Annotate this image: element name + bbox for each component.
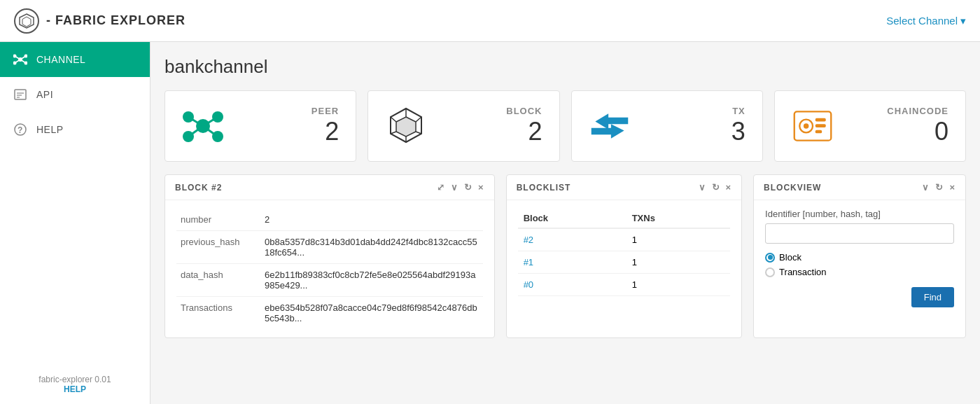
peer-stat-info: PEER 2 [312, 106, 339, 146]
block-row-val-2: 6e2b11fb89383cf0c8cb72fe5e8e025564abdf29… [260, 264, 483, 297]
blocklist-block-0[interactable]: #2 [518, 228, 626, 251]
svg-line-29 [416, 117, 421, 122]
tx-stat-value: 3 [732, 116, 746, 146]
blocklist-collapse-btn[interactable]: ∨ [699, 182, 706, 193]
chaincode-stat-info: CHAINCODE 0 [887, 106, 948, 146]
table-row: data_hash 6e2b11fb89383cf0c8cb72fe5e8e02… [176, 264, 483, 297]
block-panel-controls: ⤢ ∨ ↻ × [437, 182, 484, 193]
block-stat-icon [385, 105, 427, 147]
svg-rect-39 [816, 118, 826, 122]
blockview-collapse-btn[interactable]: ∨ [922, 182, 930, 193]
sidebar-label-api: API [36, 89, 53, 100]
header: - FABRIC EXPLORER Select Channel ▾ [0, 0, 980, 42]
chaincode-stat-icon [792, 105, 834, 147]
table-row: previous_hash 0b8a5357d8c314b3d01dab4dd2… [176, 231, 483, 264]
svg-line-32 [391, 132, 396, 134]
block-panel-title: BLOCK #2 [175, 183, 222, 193]
block-row-key-2: data_hash [176, 264, 260, 297]
svg-marker-27 [396, 117, 416, 137]
blocklist-panel: BLOCKLIST ∨ ↻ × Block TXNs [506, 174, 742, 338]
stat-card-peer: PEER 2 [164, 90, 356, 162]
logo-icon [14, 8, 39, 34]
tx-stat-info: TX 3 [732, 106, 746, 146]
block-refresh-btn[interactable]: ↻ [464, 182, 472, 193]
sidebar-item-channel[interactable]: CHANNEL [0, 42, 150, 77]
svg-marker-0 [20, 14, 34, 28]
block-row-val-1: 0b8a5357d8c314b3d01dab4dd242f4dbc8132cac… [260, 231, 483, 264]
blockview-refresh-btn[interactable]: ↻ [935, 182, 944, 193]
block-row-val-0: 2 [260, 209, 483, 231]
svg-point-38 [804, 123, 809, 129]
block-row-key-1: previous_hash [176, 231, 260, 264]
block-stat-value: 2 [506, 116, 542, 146]
chaincode-stat-label: CHAINCODE [887, 106, 948, 116]
blockview-panel-body: Identifier [number, hash, tag] Block Tra… [754, 200, 965, 337]
radio-group: Block Transaction [765, 252, 954, 277]
block-detail-table: number 2 previous_hash 0b8a5357d8c314b3d… [176, 209, 483, 329]
stat-card-block: BLOCK 2 [368, 90, 559, 162]
blocklist-block-2[interactable]: #0 [518, 274, 626, 296]
radio-block-label: Block [779, 252, 802, 263]
identifier-label: Identifier [number, hash, tag] [765, 209, 954, 219]
sidebar-item-help[interactable]: ? HELP [0, 112, 150, 147]
sidebar-label-help: HELP [36, 124, 64, 135]
radio-transaction[interactable]: Transaction [765, 267, 954, 277]
block-panel-header: BLOCK #2 ⤢ ∨ ↻ × [165, 175, 494, 200]
sidebar-label-channel: CHANNEL [36, 54, 85, 65]
stat-card-chaincode: CHAINCODE 0 [774, 90, 966, 162]
block-panel-body: number 2 previous_hash 0b8a5357d8c314b3d… [165, 200, 494, 337]
block-row-key-3: Transactions [176, 297, 260, 330]
main-content: bankchannel [150, 42, 980, 404]
tx-stat-label: TX [732, 106, 746, 116]
stats-row: PEER 2 [164, 90, 966, 162]
block-expand-btn[interactable]: ⤢ [437, 182, 445, 193]
api-icon [13, 87, 28, 102]
blockview-panel-controls: ∨ ↻ × [922, 182, 955, 193]
peer-stat-value: 2 [312, 116, 339, 146]
svg-rect-11 [15, 90, 26, 99]
svg-text:?: ? [18, 125, 23, 135]
blocklist-table: Block TXNs #2 1 #1 1 [518, 209, 730, 296]
table-row: Transactions ebe6354b528f07a8cacce04c79e… [176, 297, 483, 330]
channel-icon [13, 52, 28, 67]
block-stat-label: BLOCK [506, 106, 542, 116]
blocklist-panel-header: BLOCKLIST ∨ ↻ × [507, 175, 741, 200]
table-row: #0 1 [518, 274, 730, 296]
sidebar-item-api[interactable]: API [0, 77, 150, 112]
blocklist-refresh-btn[interactable]: ↻ [712, 182, 720, 193]
block-row-key-0: number [176, 209, 260, 231]
blockview-panel: BLOCKVIEW ∨ ↻ × Identifier [number, hash… [753, 174, 966, 338]
blocklist-panel-controls: ∨ ↻ × [699, 182, 732, 193]
select-channel-button[interactable]: Select Channel ▾ [886, 15, 966, 27]
identifier-input[interactable] [765, 223, 954, 244]
blockview-close-btn[interactable]: × [949, 182, 955, 193]
block-close-btn[interactable]: × [478, 182, 484, 193]
table-row: number 2 [176, 209, 483, 231]
blocklist-close-btn[interactable]: × [726, 182, 732, 193]
help-icon: ? [13, 122, 28, 137]
blocklist-txns-0: 1 [626, 228, 730, 251]
page-title: bankchannel [164, 56, 966, 78]
radio-block-circle [765, 253, 775, 263]
blocklist-block-1[interactable]: #1 [518, 251, 626, 274]
blocklist-txns-1: 1 [626, 251, 730, 274]
find-button[interactable]: Find [911, 287, 954, 307]
chaincode-stat-value: 0 [887, 116, 948, 146]
header-left: - FABRIC EXPLORER [14, 8, 186, 34]
footer-help-link[interactable]: HELP [13, 384, 137, 394]
svg-rect-41 [816, 130, 822, 134]
sidebar-footer: fabric-explorer 0.01 HELP [0, 365, 150, 404]
col-block: Block [518, 209, 626, 228]
radio-block[interactable]: Block [765, 252, 954, 263]
table-row: #1 1 [518, 251, 730, 274]
block-collapse-btn[interactable]: ∨ [451, 182, 458, 193]
sidebar: CHANNEL API ? [0, 42, 150, 404]
stat-card-tx: TX 3 [571, 90, 763, 162]
blockview-panel-title: BLOCKVIEW [764, 183, 821, 193]
radio-transaction-circle [765, 267, 775, 277]
col-txns: TXNs [626, 209, 730, 228]
blocklist-txns-2: 1 [626, 274, 730, 296]
svg-rect-40 [816, 124, 826, 127]
block-row-val-3[interactable]: ebe6354b528f07a8cacce04c79ed8f6f98542c48… [260, 297, 483, 330]
panels-row: BLOCK #2 ⤢ ∨ ↻ × number 2 [164, 174, 966, 338]
